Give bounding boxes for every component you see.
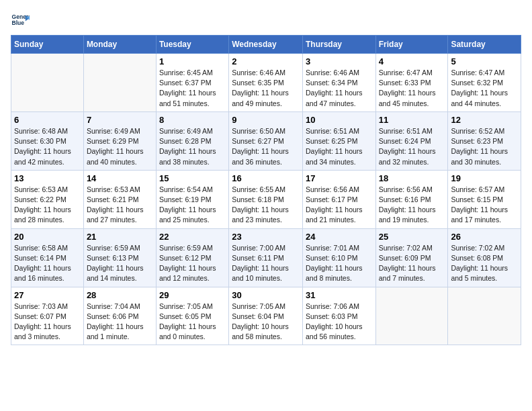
weekday-header-wednesday: Wednesday <box>229 36 303 54</box>
day-info: Sunrise: 6:56 AM Sunset: 6:16 PM Dayligh… <box>379 185 445 226</box>
day-cell: 8Sunrise: 6:49 AM Sunset: 6:28 PM Daylig… <box>156 111 228 170</box>
day-cell <box>83 54 156 112</box>
week-row-4: 20Sunrise: 6:58 AM Sunset: 6:14 PM Dayli… <box>11 228 521 287</box>
day-info: Sunrise: 7:03 AM Sunset: 6:07 PM Dayligh… <box>14 302 81 342</box>
day-cell: 31Sunrise: 7:06 AM Sunset: 6:03 PM Dayli… <box>302 287 375 345</box>
day-cell <box>11 54 84 112</box>
day-info: Sunrise: 6:53 AM Sunset: 6:21 PM Dayligh… <box>87 185 153 226</box>
day-number: 28 <box>87 290 153 300</box>
day-number: 11 <box>379 115 445 125</box>
day-info: Sunrise: 6:49 AM Sunset: 6:29 PM Dayligh… <box>87 126 153 167</box>
day-info: Sunrise: 7:04 AM Sunset: 6:06 PM Dayligh… <box>87 302 153 342</box>
day-number: 21 <box>87 232 153 242</box>
week-row-5: 27Sunrise: 7:03 AM Sunset: 6:07 PM Dayli… <box>11 287 521 345</box>
weekday-header-sunday: Sunday <box>11 36 84 54</box>
day-number: 13 <box>14 173 81 183</box>
logo-icon: General Blue <box>11 11 30 30</box>
day-number: 14 <box>87 173 153 183</box>
day-cell: 5Sunrise: 6:47 AM Sunset: 6:32 PM Daylig… <box>448 54 521 112</box>
day-info: Sunrise: 6:58 AM Sunset: 6:14 PM Dayligh… <box>14 243 81 284</box>
weekday-header-saturday: Saturday <box>448 36 521 54</box>
day-cell: 29Sunrise: 7:05 AM Sunset: 6:05 PM Dayli… <box>156 287 228 345</box>
day-cell: 11Sunrise: 6:51 AM Sunset: 6:24 PM Dayli… <box>375 111 448 170</box>
day-info: Sunrise: 6:47 AM Sunset: 6:32 PM Dayligh… <box>451 68 518 109</box>
day-number: 1 <box>159 56 226 66</box>
day-number: 9 <box>232 115 300 125</box>
day-info: Sunrise: 6:55 AM Sunset: 6:18 PM Dayligh… <box>232 185 300 226</box>
day-cell: 1Sunrise: 6:45 AM Sunset: 6:37 PM Daylig… <box>156 54 228 112</box>
day-cell <box>448 287 521 345</box>
day-cell: 12Sunrise: 6:52 AM Sunset: 6:23 PM Dayli… <box>448 111 521 170</box>
day-number: 4 <box>379 56 445 66</box>
day-cell: 30Sunrise: 7:05 AM Sunset: 6:04 PM Dayli… <box>229 287 303 345</box>
day-info: Sunrise: 6:57 AM Sunset: 6:15 PM Dayligh… <box>451 185 518 226</box>
day-info: Sunrise: 7:00 AM Sunset: 6:11 PM Dayligh… <box>232 243 300 284</box>
day-cell: 7Sunrise: 6:49 AM Sunset: 6:29 PM Daylig… <box>83 111 156 170</box>
day-info: Sunrise: 6:47 AM Sunset: 6:33 PM Dayligh… <box>379 68 445 109</box>
weekday-header-row: SundayMondayTuesdayWednesdayThursdayFrid… <box>11 36 521 54</box>
day-info: Sunrise: 6:56 AM Sunset: 6:17 PM Dayligh… <box>306 185 373 226</box>
day-info: Sunrise: 6:49 AM Sunset: 6:28 PM Dayligh… <box>159 126 226 167</box>
day-number: 16 <box>232 173 300 183</box>
page-container: General Blue SundayMondayTuesdayWednesda… <box>0 0 532 352</box>
day-cell: 18Sunrise: 6:56 AM Sunset: 6:16 PM Dayli… <box>375 170 448 228</box>
week-row-3: 13Sunrise: 6:53 AM Sunset: 6:22 PM Dayli… <box>11 170 521 228</box>
day-number: 7 <box>87 115 153 125</box>
day-cell: 13Sunrise: 6:53 AM Sunset: 6:22 PM Dayli… <box>11 170 84 228</box>
weekday-header-friday: Friday <box>375 36 448 54</box>
day-info: Sunrise: 7:05 AM Sunset: 6:04 PM Dayligh… <box>232 302 300 342</box>
svg-text:Blue: Blue <box>12 19 25 26</box>
day-number: 29 <box>159 290 226 300</box>
day-number: 19 <box>451 173 518 183</box>
logo: General Blue <box>11 11 32 30</box>
day-number: 30 <box>232 290 300 300</box>
day-cell: 10Sunrise: 6:51 AM Sunset: 6:25 PM Dayli… <box>302 111 375 170</box>
day-number: 12 <box>451 115 518 125</box>
day-info: Sunrise: 6:54 AM Sunset: 6:19 PM Dayligh… <box>159 185 226 226</box>
weekday-header-tuesday: Tuesday <box>156 36 228 54</box>
day-number: 10 <box>306 115 373 125</box>
day-number: 22 <box>159 232 226 242</box>
day-cell: 26Sunrise: 7:02 AM Sunset: 6:08 PM Dayli… <box>448 228 521 287</box>
day-number: 8 <box>159 115 226 125</box>
day-number: 27 <box>14 290 81 300</box>
day-cell: 23Sunrise: 7:00 AM Sunset: 6:11 PM Dayli… <box>229 228 303 287</box>
day-info: Sunrise: 6:52 AM Sunset: 6:23 PM Dayligh… <box>451 126 518 167</box>
day-number: 25 <box>379 232 445 242</box>
week-row-1: 1Sunrise: 6:45 AM Sunset: 6:37 PM Daylig… <box>11 54 521 112</box>
day-info: Sunrise: 6:53 AM Sunset: 6:22 PM Dayligh… <box>14 185 81 226</box>
day-info: Sunrise: 6:46 AM Sunset: 6:35 PM Dayligh… <box>232 68 300 109</box>
day-number: 20 <box>14 232 81 242</box>
day-cell: 19Sunrise: 6:57 AM Sunset: 6:15 PM Dayli… <box>448 170 521 228</box>
day-cell: 15Sunrise: 6:54 AM Sunset: 6:19 PM Dayli… <box>156 170 228 228</box>
week-row-2: 6Sunrise: 6:48 AM Sunset: 6:30 PM Daylig… <box>11 111 521 170</box>
header: General Blue <box>11 11 521 30</box>
day-info: Sunrise: 6:51 AM Sunset: 6:25 PM Dayligh… <box>306 126 373 167</box>
day-cell: 3Sunrise: 6:46 AM Sunset: 6:34 PM Daylig… <box>302 54 375 112</box>
day-info: Sunrise: 6:59 AM Sunset: 6:12 PM Dayligh… <box>159 243 226 284</box>
day-number: 18 <box>379 173 445 183</box>
weekday-header-monday: Monday <box>83 36 156 54</box>
day-info: Sunrise: 7:01 AM Sunset: 6:10 PM Dayligh… <box>306 243 373 284</box>
day-number: 23 <box>232 232 300 242</box>
day-info: Sunrise: 7:06 AM Sunset: 6:03 PM Dayligh… <box>306 302 373 342</box>
day-cell: 24Sunrise: 7:01 AM Sunset: 6:10 PM Dayli… <box>302 228 375 287</box>
day-number: 3 <box>306 56 373 66</box>
calendar-table: SundayMondayTuesdayWednesdayThursdayFrid… <box>11 35 521 345</box>
day-cell: 21Sunrise: 6:59 AM Sunset: 6:13 PM Dayli… <box>83 228 156 287</box>
day-number: 31 <box>306 290 373 300</box>
day-cell: 9Sunrise: 6:50 AM Sunset: 6:27 PM Daylig… <box>229 111 303 170</box>
day-info: Sunrise: 6:45 AM Sunset: 6:37 PM Dayligh… <box>159 68 226 109</box>
day-number: 6 <box>14 115 81 125</box>
day-info: Sunrise: 7:02 AM Sunset: 6:09 PM Dayligh… <box>379 243 445 284</box>
day-number: 15 <box>159 173 226 183</box>
day-info: Sunrise: 6:46 AM Sunset: 6:34 PM Dayligh… <box>306 68 373 109</box>
day-cell: 6Sunrise: 6:48 AM Sunset: 6:30 PM Daylig… <box>11 111 84 170</box>
day-info: Sunrise: 6:51 AM Sunset: 6:24 PM Dayligh… <box>379 126 445 167</box>
day-cell: 28Sunrise: 7:04 AM Sunset: 6:06 PM Dayli… <box>83 287 156 345</box>
day-info: Sunrise: 6:48 AM Sunset: 6:30 PM Dayligh… <box>14 126 81 167</box>
day-info: Sunrise: 7:02 AM Sunset: 6:08 PM Dayligh… <box>451 243 518 284</box>
day-cell: 16Sunrise: 6:55 AM Sunset: 6:18 PM Dayli… <box>229 170 303 228</box>
weekday-header-thursday: Thursday <box>302 36 375 54</box>
day-cell: 20Sunrise: 6:58 AM Sunset: 6:14 PM Dayli… <box>11 228 84 287</box>
